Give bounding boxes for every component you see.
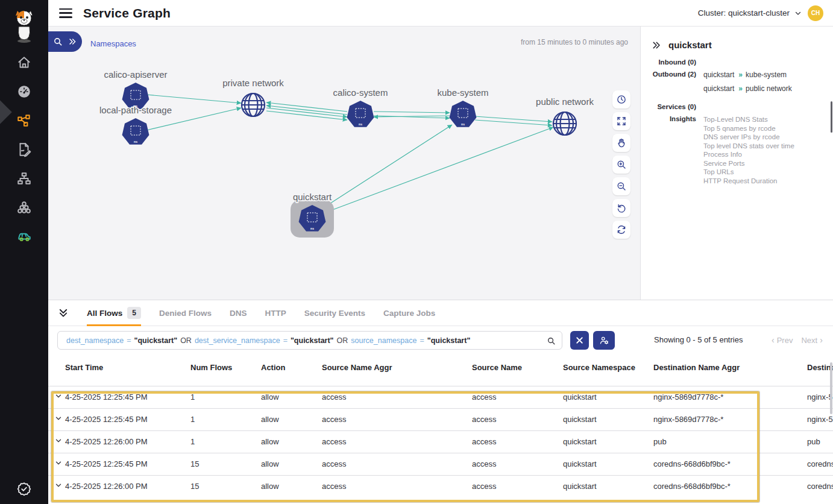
insight-item[interactable]: Top level DNS stats over time [703,142,794,151]
prev-button[interactable]: ‹Prev [772,335,793,345]
table-row[interactable]: 4-25-2025 12:25:45 PM1allowaccessaccessq… [48,408,833,430]
table-row[interactable]: 4-25-2025 12:25:45 PM15allowaccessaccess… [48,453,833,475]
table-cell: nginx-5869d7778c-* [653,386,807,408]
row-expander[interactable] [48,453,65,475]
tab-security-events[interactable]: Security Events [304,300,365,326]
table-cell: 1 [190,386,261,408]
zoom-in-button[interactable] [612,156,630,174]
avatar[interactable]: CH [808,5,823,21]
zoom-in-icon [616,159,627,170]
table-cell: allow [261,408,322,430]
row-expander[interactable] [48,430,65,453]
column-header-action[interactable]: Action [261,354,322,386]
insight-item[interactable]: Top URLs [703,168,794,177]
row-expander[interactable] [48,475,65,497]
zoom-out-icon [616,181,627,192]
double-chevron-right-icon[interactable] [652,40,661,50]
tab-dns[interactable]: DNS [230,300,247,326]
insight-item[interactable]: Service Ports [703,159,794,168]
tab-http[interactable]: HTTP [265,300,286,326]
search-icon[interactable] [547,336,556,345]
outbound-to: public network [746,84,792,93]
breadcrumb-namespaces[interactable]: Namespaces [90,39,136,48]
sidebar-item-dashboard[interactable] [0,80,48,104]
double-chevron-down-icon [58,307,69,318]
graph-node-kube-system[interactable]: nskube-system [437,87,488,127]
tab-capture-jobs[interactable]: Capture Jobs [383,300,435,326]
column-header-source-namespace[interactable]: Source Namespace [563,354,653,386]
column-header-destination-name[interactable]: Destination Name [807,354,833,386]
filter-query-input[interactable]: dest_namespace="quickstart"ORdest_servic… [57,331,562,350]
sidebar-item-components[interactable] [0,195,48,219]
table-row[interactable]: 4-25-2025 12:26:00 PM15allowaccessaccess… [48,475,833,497]
pan-button[interactable] [612,134,630,152]
customize-columns-button[interactable] [593,331,615,350]
graph-toolbar [612,90,630,239]
table-cell: pub [653,430,807,453]
table-row[interactable]: 4-25-2025 12:26:00 PM1allowaccessaccessq… [48,430,833,453]
refresh-button[interactable] [612,221,630,239]
hamburger-menu-icon[interactable] [59,8,72,18]
chevron-down-icon [54,459,63,467]
sidebar-item-policies[interactable] [0,137,48,162]
sidebar-item-activity[interactable] [0,224,48,248]
app-logo-cat-icon[interactable] [12,8,36,43]
outbound-from: quickstart [703,84,734,93]
outbound-from: quickstart [703,71,734,79]
flows-tabs: All Flows5Denied FlowsDNSHTTPSecurity Ev… [48,300,833,326]
row-expander[interactable] [48,386,65,408]
graph-node-calico-apiserver[interactable]: nscalico-apiserver [104,69,167,109]
insight-item[interactable]: Top-Level DNS Stats [703,115,794,124]
tab-all-flows[interactable]: All Flows5 [87,300,141,326]
column-header-start-time[interactable]: Start Time [65,354,190,386]
graph-node-public-network[interactable]: public network [536,96,594,135]
fit-screen-button[interactable] [612,112,630,130]
graph-node-quickstart[interactable]: nsquickstart [291,192,334,238]
column-header-source-name[interactable]: Source Name [472,354,563,386]
graph-node-label: public network [536,96,594,107]
sidebar-item-home[interactable] [0,51,48,75]
insight-item[interactable]: Top 5 qnames by rcode [703,124,794,133]
insight-item[interactable]: HTTP Request Duration [703,177,794,186]
graph-node-label: private network [222,78,284,88]
graph-node-calico-system[interactable]: nscalico-system [333,87,388,127]
graph-node-local-path-storage[interactable]: nslocal-path-storage [99,105,172,145]
outbound-edge-item[interactable]: quickstart»public network [703,84,792,93]
clear-filter-button[interactable] [570,331,589,350]
table-cell: 4-25-2025 12:26:00 PM [65,475,190,497]
tab-denied-flows[interactable]: Denied Flows [159,300,212,326]
next-button[interactable]: Next› [801,335,822,345]
insight-item[interactable]: DNS server IPs by rcode [703,133,794,142]
service-graph-canvas[interactable]: nscalico-apiserver nslocal-path-storage … [48,27,640,300]
graph-node-private-network[interactable]: private network [222,78,284,116]
table-cell: 1 [190,408,261,430]
column-header-source-name-aggr[interactable]: Source Name Aggr [322,354,472,386]
panel-scrollbar[interactable] [831,101,832,133]
graph-edge [374,112,450,113]
table-cell: access [322,408,472,430]
svg-text:ns: ns [461,122,465,126]
sidebar-item-compliance[interactable] [0,477,48,501]
zoom-out-button[interactable] [612,177,630,195]
row-expander[interactable] [48,408,65,430]
collapse-panel-button[interactable] [58,307,69,318]
column-header-destination-name-aggr[interactable]: Destination Name Aggr [653,354,807,386]
outbound-edge-item[interactable]: quickstart»kube-system [703,71,792,79]
table-cell: 15 [190,475,261,497]
chevron-down-icon [54,414,63,423]
sidebar-item-service-graph[interactable] [0,109,48,133]
insight-item[interactable]: Process Info [703,150,794,159]
graph-search-pill[interactable] [48,31,82,52]
table-cell: access [322,386,472,408]
undo-button[interactable] [612,199,630,217]
column-header-num-flows[interactable]: Num Flows [190,354,261,386]
filter-token-field: dest_namespace [66,336,124,345]
sidebar-item-network[interactable] [0,166,48,191]
outbound-to: kube-system [746,71,787,79]
graph-node-label: quickstart [293,192,332,202]
time-button[interactable] [612,90,630,109]
table-cell: access [472,408,563,430]
cluster-selector[interactable]: Cluster: quickstart-cluster [698,8,802,17]
table-scrollbar[interactable] [830,362,832,414]
table-row[interactable]: 4-25-2025 12:25:45 PM1allowaccessaccessq… [48,386,833,408]
